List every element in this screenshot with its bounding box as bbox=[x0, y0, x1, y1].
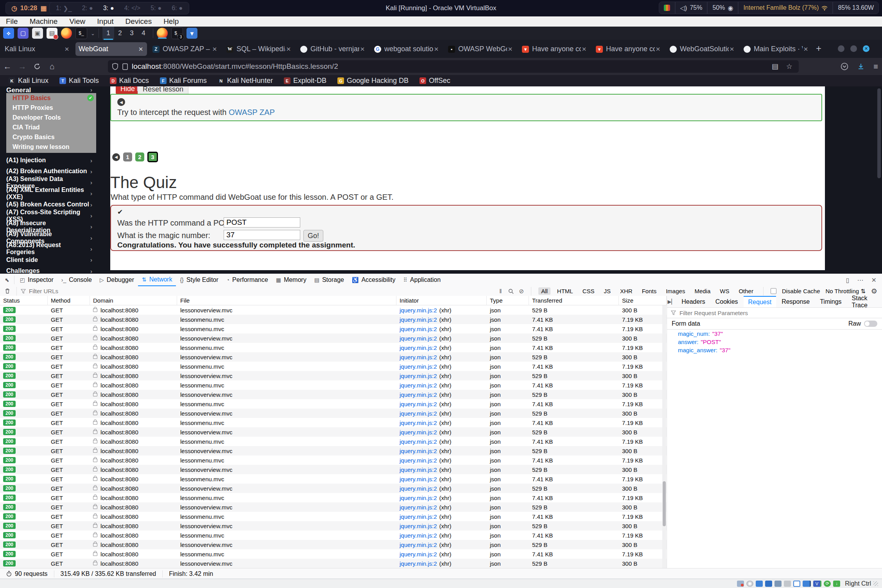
browser-tab[interactable]: WebGoat✕ bbox=[75, 42, 147, 56]
initiator-link[interactable]: jquery.min.js:2 bbox=[400, 354, 437, 360]
request-tab-stack-trace[interactable]: Stack Trace bbox=[847, 296, 882, 307]
clear-requests-icon[interactable] bbox=[0, 288, 15, 294]
url-bar[interactable]: localhost:8080/WebGoat/start.mvc#lesson/… bbox=[108, 60, 799, 73]
sidebar-category-item[interactable]: Client side› bbox=[6, 255, 96, 265]
minimize-button[interactable] bbox=[838, 45, 844, 52]
page-scrollbar-thumb[interactable] bbox=[877, 88, 881, 178]
initiator-link[interactable]: jquery.min.js:2 bbox=[400, 448, 437, 454]
request-tab-response[interactable]: Response bbox=[777, 296, 814, 307]
pick-element-icon[interactable]: ⬉ bbox=[0, 274, 13, 286]
browser-tab[interactable]: Kali Linux✕ bbox=[2, 42, 73, 56]
volume-indicator[interactable]: ◁) 75% bbox=[675, 2, 708, 14]
devtools-tab-memory[interactable]: ▦Memory bbox=[272, 274, 310, 286]
back-button[interactable]: ← bbox=[0, 62, 15, 71]
page-button-3-current[interactable]: 3 bbox=[147, 152, 158, 162]
devtools-tab-network[interactable]: ⇅Network bbox=[138, 274, 176, 286]
filter-chip-css[interactable]: CSS bbox=[580, 287, 597, 295]
initiator-link[interactable]: jquery.min.js:2 bbox=[400, 504, 437, 511]
network-row[interactable]: 200GETlocalhost:8080lessonoverview.mvcjq… bbox=[0, 427, 667, 437]
network-row[interactable]: 200GETlocalhost:8080lessonoverview.mvcjq… bbox=[0, 540, 667, 549]
sidebar-category-item[interactable]: (A1) Injection› bbox=[6, 155, 96, 166]
sidebar-category-item[interactable]: Challenges› bbox=[6, 265, 96, 274]
taskbar-workspace-4[interactable]: 4 bbox=[138, 27, 149, 40]
initiator-link[interactable]: jquery.min.js:2 bbox=[400, 513, 437, 520]
devtools-tab-debugger[interactable]: ▷Debugger bbox=[96, 274, 138, 286]
taskbar-workspace-1[interactable]: 1 bbox=[102, 27, 114, 40]
tab-close-icon[interactable]: ✕ bbox=[433, 46, 439, 53]
question2-input[interactable] bbox=[224, 230, 300, 240]
form-data-param[interactable]: magic_num:"37" bbox=[667, 330, 882, 338]
request-tab-cookies[interactable]: Cookies bbox=[711, 296, 743, 307]
page-button-2[interactable]: 2 bbox=[135, 152, 144, 161]
go-button[interactable]: Go! bbox=[303, 230, 323, 242]
usb-icon[interactable] bbox=[774, 581, 782, 587]
network-row[interactable]: 200GETlocalhost:8080lessonoverview.mvcjq… bbox=[0, 305, 667, 315]
network-row[interactable]: 200GETlocalhost:8080lessonoverview.mvcjq… bbox=[0, 484, 667, 493]
battery-indicator[interactable]: 85% 13.60W bbox=[833, 2, 879, 14]
form-data-section-header[interactable]: Form data Raw bbox=[667, 318, 882, 330]
initiator-link[interactable]: jquery.min.js:2 bbox=[400, 485, 437, 492]
bookmark-item[interactable]: OOffSec bbox=[419, 77, 450, 85]
page-button-1[interactable]: 1 bbox=[123, 152, 132, 161]
network-row[interactable]: 200GETlocalhost:8080lessonmenu.mvcjquery… bbox=[0, 437, 667, 446]
tab-close-icon[interactable]: ✕ bbox=[803, 46, 809, 53]
sidebar-lesson-item[interactable]: CIA Triad bbox=[13, 122, 96, 132]
tab-close-icon[interactable]: ✕ bbox=[655, 46, 661, 53]
network-row[interactable]: 200GETlocalhost:8080lessonmenu.mvcjquery… bbox=[0, 418, 667, 427]
network-row[interactable]: 200GETlocalhost:8080lessonoverview.mvcjq… bbox=[0, 465, 667, 474]
initiator-link[interactable]: jquery.min.js:2 bbox=[400, 523, 437, 529]
initiator-link[interactable]: jquery.min.js:2 bbox=[400, 429, 437, 436]
network-scrollbar-thumb[interactable] bbox=[663, 481, 666, 526]
filter-request-parameters-input[interactable] bbox=[679, 309, 798, 317]
search-icon[interactable] bbox=[508, 289, 514, 294]
shared-folders-icon[interactable] bbox=[784, 581, 791, 587]
blue-folder-window-button[interactable]: ▼ bbox=[186, 28, 197, 39]
tab-close-icon[interactable]: ✕ bbox=[359, 46, 366, 53]
hint-arrow-icon[interactable]: ◀ bbox=[117, 98, 125, 106]
bookmark-item[interactable]: TKali Tools bbox=[59, 77, 99, 85]
network-row[interactable]: 200GETlocalhost:8080lessonoverview.mvcjq… bbox=[0, 333, 667, 343]
network-row[interactable]: 200GETlocalhost:8080lessonoverview.mvcjq… bbox=[0, 352, 667, 362]
network-indicator[interactable]: Internet Famille Bolz (77%) bbox=[738, 2, 833, 14]
network-settings-gear-icon[interactable]: ⚙ bbox=[871, 287, 877, 296]
terminal-launcher-icon[interactable]: $_ bbox=[75, 27, 87, 39]
terminal-window-button[interactable]: $_3 bbox=[171, 27, 183, 39]
network-row[interactable]: 200GETlocalhost:8080lessonoverview.mvcjq… bbox=[0, 559, 667, 568]
tab-close-icon[interactable]: ✕ bbox=[729, 46, 735, 53]
column-header-domain[interactable]: Domain bbox=[90, 296, 177, 305]
shield-icon[interactable] bbox=[112, 63, 118, 70]
vbox-features-icon[interactable]: V bbox=[813, 581, 821, 587]
bookmark-item[interactable]: NKali NetHunter bbox=[218, 77, 273, 85]
vb-menu-devices[interactable]: Devices bbox=[120, 16, 158, 27]
vb-menu-view[interactable]: View bbox=[63, 16, 91, 27]
initiator-link[interactable]: jquery.min.js:2 bbox=[400, 532, 437, 539]
network-row[interactable]: 200GETlocalhost:8080lessonmenu.mvcjquery… bbox=[0, 399, 667, 409]
pocket-icon[interactable] bbox=[841, 63, 848, 70]
request-tab-headers[interactable]: Headers bbox=[677, 296, 710, 307]
browser-tab[interactable]: ZOWASP ZAP – ZAP in✕ bbox=[149, 42, 221, 56]
form-data-param[interactable]: answer:"POST" bbox=[667, 338, 882, 346]
audio-icon[interactable] bbox=[756, 581, 763, 587]
reload-button[interactable] bbox=[30, 63, 45, 70]
column-header-type[interactable]: Type bbox=[487, 296, 529, 305]
new-tab-button[interactable]: + bbox=[813, 43, 825, 54]
devtools-tab-application[interactable]: ⠿Application bbox=[400, 274, 445, 286]
filter-chip-all[interactable]: All bbox=[538, 287, 550, 295]
bookmark-item[interactable]: EExploit-DB bbox=[284, 77, 326, 85]
browser-tab[interactable]: ▪OWASP WebGoat: G✕ bbox=[445, 42, 516, 56]
bookmark-item[interactable]: GGoogle Hacking DB bbox=[337, 77, 409, 85]
tab-close-icon[interactable]: ✕ bbox=[64, 46, 70, 53]
filter-chip-fonts[interactable]: Fonts bbox=[639, 287, 660, 295]
reader-mode-icon[interactable]: ▤ bbox=[772, 62, 778, 71]
initiator-link[interactable]: jquery.min.js:2 bbox=[400, 457, 437, 464]
sidebar-lesson-item[interactable]: Crypto Basics bbox=[13, 132, 96, 142]
filter-chip-media[interactable]: Media bbox=[692, 287, 713, 295]
filter-chip-js[interactable]: JS bbox=[601, 287, 613, 295]
url-text[interactable]: localhost:8080/WebGoat/start.mvc#lesson/… bbox=[132, 62, 338, 71]
sidebar-lesson-item[interactable]: HTTP Proxies bbox=[13, 103, 96, 113]
browser-tab[interactable]: WSQL – Wikipedia✕ bbox=[223, 42, 295, 56]
browser-tab[interactable]: GitHub - vernjan/we✕ bbox=[297, 42, 369, 56]
tab-close-icon[interactable]: ✕ bbox=[138, 46, 144, 53]
throttling-dropdown[interactable]: No Throttling ⇅ bbox=[826, 288, 866, 295]
initiator-link[interactable]: jquery.min.js:2 bbox=[400, 363, 437, 370]
